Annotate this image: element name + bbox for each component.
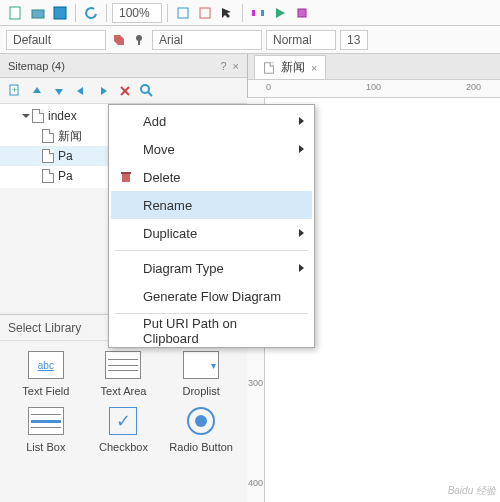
sitemap-panel-header: Sitemap (4) ? × (0, 54, 247, 78)
style-tag-icon[interactable] (110, 31, 128, 49)
svg-rect-9 (138, 40, 140, 45)
canvas-tab[interactable]: 新闻 × (254, 55, 326, 79)
radio-icon (187, 407, 215, 435)
svg-rect-1 (32, 10, 44, 18)
widget-label: Text Field (22, 385, 69, 397)
outdent-icon[interactable] (72, 82, 90, 100)
widget-list-box[interactable]: List Box (10, 407, 82, 453)
menu-label: Diagram Type (143, 261, 224, 276)
search-icon[interactable] (138, 82, 156, 100)
cursor-icon[interactable] (217, 3, 237, 23)
svg-rect-0 (10, 7, 20, 19)
menu-delete[interactable]: Delete (111, 163, 312, 191)
page-icon (42, 129, 54, 143)
watermark: Baidu 经验 (448, 484, 496, 498)
svg-rect-17 (121, 172, 131, 174)
undo-icon[interactable] (81, 3, 101, 23)
menu-duplicate[interactable]: Duplicate (111, 219, 312, 247)
svg-rect-3 (178, 8, 188, 18)
widget-text-field[interactable]: abc Text Field (10, 351, 82, 397)
expand-icon[interactable] (22, 114, 30, 118)
move-down-icon[interactable] (50, 82, 68, 100)
delete-page-icon[interactable] (116, 82, 134, 100)
tab-label: 新闻 (281, 59, 305, 76)
widget-label: List Box (26, 441, 65, 453)
indent-icon[interactable] (94, 82, 112, 100)
open-icon[interactable] (28, 3, 48, 23)
tree-label: Pa (58, 149, 73, 163)
svg-rect-16 (122, 174, 130, 182)
menu-label: Generate Flow Diagram (143, 289, 281, 304)
checkbox-icon: ✓ (109, 407, 137, 435)
sitemap-title: Sitemap (4) (8, 60, 65, 72)
droplist-icon: ▾ (183, 351, 219, 379)
text-field-icon: abc (28, 351, 64, 379)
size-select[interactable]: 13 (340, 30, 368, 50)
widget-checkbox[interactable]: ✓ Checkbox (88, 407, 160, 453)
delete-icon (117, 168, 135, 186)
menu-add[interactable]: Add (111, 107, 312, 135)
menu-uri-clipboard[interactable]: Put URI Path on Clipboard (111, 317, 312, 345)
help-icon[interactable]: ? (220, 60, 226, 72)
close-tab-icon[interactable]: × (311, 62, 317, 74)
menu-separator (115, 250, 308, 251)
new-icon[interactable] (6, 3, 26, 23)
submenu-arrow-icon (299, 117, 304, 125)
svg-line-15 (148, 92, 152, 96)
list-box-icon (28, 407, 64, 435)
svg-rect-5 (252, 10, 255, 16)
menu-rename[interactable]: Rename (111, 191, 312, 219)
style-pin-icon[interactable] (130, 31, 148, 49)
menu-label: Put URI Path on Clipboard (143, 316, 284, 346)
add-page-icon[interactable]: + (6, 82, 24, 100)
svg-rect-6 (261, 10, 264, 16)
svg-rect-4 (200, 8, 210, 18)
close-panel-icon[interactable]: × (233, 60, 239, 72)
sitemap-toolbar: + (0, 78, 247, 104)
submenu-arrow-icon (299, 264, 304, 272)
menu-separator (115, 313, 308, 314)
widget-label: Radio Button (169, 441, 233, 453)
svg-text:+: + (12, 85, 17, 95)
zoom-select[interactable]: 100% (112, 3, 162, 23)
page-icon (42, 169, 54, 183)
widget-radio[interactable]: Radio Button (165, 407, 237, 453)
tree-label: Pa (58, 169, 73, 183)
widget-text-area[interactable]: Text Area (88, 351, 160, 397)
save-icon[interactable] (50, 3, 70, 23)
tool-icon-1[interactable] (173, 3, 193, 23)
menu-diagram-type[interactable]: Diagram Type (111, 254, 312, 282)
canvas-tab-bar: 新闻 × (248, 54, 500, 80)
preset-select[interactable]: Default (6, 30, 106, 50)
menu-label: Duplicate (143, 226, 197, 241)
menu-generate-flow[interactable]: Generate Flow Diagram (111, 282, 312, 310)
menu-label: Move (143, 142, 175, 157)
widget-label: Text Area (101, 385, 147, 397)
svg-rect-2 (54, 7, 66, 19)
distribute-icon[interactable] (248, 3, 268, 23)
font-select[interactable]: Arial (152, 30, 262, 50)
menu-label: Delete (143, 170, 181, 185)
main-toolbar: 100% (0, 0, 500, 26)
send-back-icon[interactable] (292, 3, 312, 23)
move-up-icon[interactable] (28, 82, 46, 100)
tool-icon-2[interactable] (195, 3, 215, 23)
page-icon (32, 109, 44, 123)
menu-label: Rename (143, 198, 192, 213)
widget-label: Checkbox (99, 441, 148, 453)
text-area-icon (105, 351, 141, 379)
weight-select[interactable]: Normal (266, 30, 336, 50)
submenu-arrow-icon (299, 145, 304, 153)
svg-point-14 (141, 85, 149, 93)
menu-label: Add (143, 114, 166, 129)
widget-droplist[interactable]: ▾ Droplist (165, 351, 237, 397)
widget-label: Droplist (183, 385, 220, 397)
submenu-arrow-icon (299, 229, 304, 237)
page-icon (264, 62, 274, 73)
ruler-horizontal: 0 100 200 (248, 80, 500, 98)
context-menu: Add Move Delete Rename Duplicate Diagram… (108, 104, 315, 348)
style-toolbar: Default Arial Normal 13 (0, 26, 500, 54)
svg-rect-7 (298, 9, 306, 17)
menu-move[interactable]: Move (111, 135, 312, 163)
play-icon[interactable] (270, 3, 290, 23)
